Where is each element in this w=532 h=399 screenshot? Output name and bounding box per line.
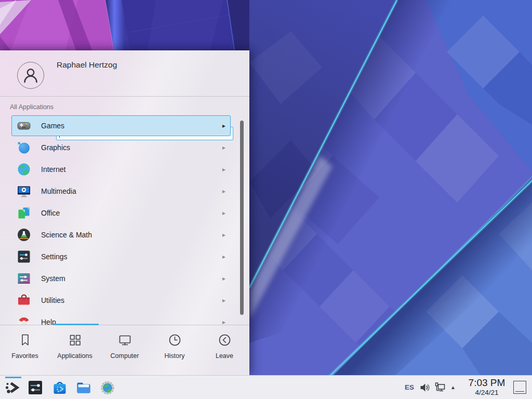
utilities-toolbox-icon [17, 293, 31, 308]
gamepad-icon [17, 118, 31, 133]
network-icon[interactable] [434, 382, 446, 393]
category-label: System [41, 274, 65, 283]
kde-launcher-icon [4, 380, 20, 395]
submenu-arrow-icon: ▸ [222, 232, 225, 238]
launcher-tab-bar: Favorites Applications Computer [0, 325, 249, 375]
submenu-arrow-icon: ▸ [222, 254, 225, 260]
tab-label: Leave [216, 352, 233, 360]
tab-history[interactable]: History [150, 325, 200, 375]
category-label: Office [41, 209, 60, 217]
volume-icon[interactable] [419, 382, 431, 393]
graphics-ball-icon [17, 140, 31, 155]
category-row-games[interactable]: Games ▸ [11, 115, 231, 136]
category-row-multimedia[interactable]: Multimedia ▸ [11, 181, 231, 202]
computer-monitor-icon [118, 333, 132, 347]
help-lifebuoy-icon [17, 315, 31, 325]
digital-clock[interactable]: 7:03 PM 4/24/21 [464, 377, 510, 397]
category-row-utilities[interactable]: Utilities ▸ [11, 290, 231, 311]
category-row-settings[interactable]: Settings ▸ [11, 246, 231, 267]
science-flask-icon [17, 228, 31, 242]
launcher-header: Raphael Hertzog [0, 50, 249, 97]
submenu-arrow-icon: ▸ [222, 297, 225, 303]
user-name: Raphael Hertzog [57, 60, 117, 70]
user-person-icon [20, 65, 41, 86]
submenu-arrow-icon: ▸ [222, 166, 225, 172]
category-row-help[interactable]: Help ▸ [11, 312, 231, 325]
launcher-active-indicator [5, 377, 21, 378]
clock-time: 7:03 PM [464, 377, 510, 389]
keyboard-layout-indicator[interactable]: ES [405, 376, 414, 399]
application-launcher-panel: Raphael Hertzog All Applications [0, 50, 249, 375]
submenu-arrow-icon: ▸ [222, 188, 225, 194]
history-clock-icon [168, 333, 182, 347]
web-browser-button[interactable] [100, 380, 115, 395]
system-settings-button[interactable] [28, 380, 43, 395]
submenu-arrow-icon: ▸ [222, 123, 225, 129]
bookmark-icon [18, 333, 32, 347]
multimedia-monitor-icon [17, 184, 31, 198]
category-row-science-math[interactable]: Science & Math ▸ [11, 224, 231, 245]
list-scrollbar[interactable] [240, 121, 244, 315]
tab-label: Applications [57, 352, 92, 360]
application-launcher-button[interactable] [4, 380, 20, 395]
submenu-arrow-icon: ▸ [222, 210, 225, 216]
show-desktop-button[interactable] [513, 381, 526, 394]
tab-leave[interactable]: Leave [200, 325, 249, 375]
applications-grid-icon [68, 333, 82, 347]
category-label: Graphics [41, 143, 70, 152]
system-settings-icon [28, 380, 43, 395]
category-row-graphics[interactable]: Graphics ▸ [11, 137, 231, 158]
tab-label: History [165, 352, 185, 360]
settings-sliders-icon [17, 249, 31, 264]
submenu-arrow-icon: ▸ [222, 319, 225, 325]
category-row-internet[interactable]: Internet ▸ [11, 159, 231, 180]
tab-applications[interactable]: Applications [50, 325, 100, 375]
category-label: Utilities [41, 296, 64, 304]
file-manager-button[interactable] [76, 380, 91, 395]
active-tab-indicator [53, 324, 99, 325]
taskbar: ES ▲ 7:03 PM 4/24/21 [0, 375, 532, 399]
category-label: Settings [41, 252, 68, 261]
globe-icon [17, 162, 31, 177]
tab-computer[interactable]: Computer [100, 325, 150, 375]
leave-back-icon [218, 333, 232, 347]
category-row-system[interactable]: System ▸ [11, 268, 231, 289]
category-label: Games [41, 122, 64, 130]
category-label: Multimedia [41, 187, 76, 195]
section-label: All Applications [10, 103, 54, 111]
submenu-arrow-icon: ▸ [222, 144, 225, 151]
discover-button[interactable] [52, 380, 68, 395]
tray-expand-icon[interactable]: ▲ [448, 376, 458, 399]
submenu-arrow-icon: ▸ [222, 275, 225, 282]
category-label: Science & Math [41, 231, 92, 239]
desktop: Raphael Hertzog All Applications [0, 0, 532, 399]
category-label: Internet [41, 165, 65, 174]
clock-date: 4/24/21 [464, 389, 510, 397]
tab-label: Favorites [11, 352, 38, 360]
tab-favorites[interactable]: Favorites [0, 325, 50, 375]
browser-globe-gear-icon [100, 380, 115, 395]
category-list: Games ▸ Graphics ▸ [0, 112, 249, 325]
category-row-office[interactable]: Office ▸ [11, 203, 231, 223]
discover-icon [52, 380, 68, 395]
folder-icon [76, 380, 91, 395]
office-documents-icon [17, 206, 31, 220]
system-sliders-icon [17, 271, 31, 286]
user-avatar[interactable] [17, 62, 44, 89]
tab-label: Computer [111, 352, 139, 360]
